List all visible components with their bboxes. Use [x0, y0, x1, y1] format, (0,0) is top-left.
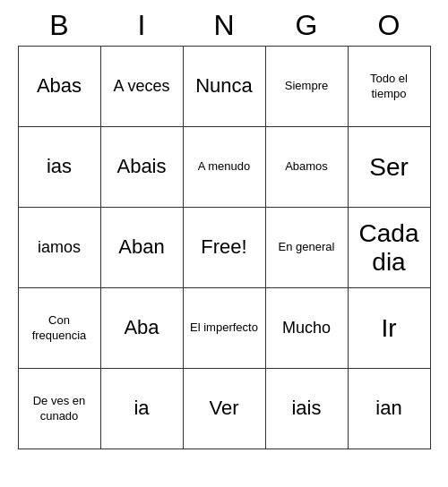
cell-content: ia — [134, 397, 149, 420]
cell-r4-c3: iais — [266, 369, 349, 449]
cell-content: Todo el tiempo — [352, 72, 426, 102]
cell-r0-c4: Todo el tiempo — [349, 47, 431, 127]
cell-content: Aban — [118, 235, 164, 259]
cell-r0-c3: Siempre — [266, 47, 349, 127]
cell-content: Abais — [116, 155, 166, 178]
cell-r4-c4: ian — [349, 369, 431, 449]
cell-r1-c2: A menudo — [184, 127, 266, 208]
cell-content: Siempre — [285, 79, 328, 94]
cell-r1-c1: Abais — [101, 127, 184, 208]
cell-content: Ser — [369, 153, 409, 182]
cell-content: Nunca — [195, 74, 253, 98]
cell-content: Aba — [124, 316, 159, 339]
cell-content: De ves en cunado — [22, 394, 97, 424]
cell-r3-c3: Mucho — [266, 288, 349, 369]
cell-content: Mucho — [282, 319, 331, 338]
bingo-grid: AbasA vecesNuncaSiempreTodo el tiempoias… — [18, 46, 431, 449]
cell-content: Ver — [209, 397, 238, 420]
cell-r1-c0: ias — [19, 127, 101, 208]
cell-r4-c1: ia — [101, 369, 184, 449]
cell-content: iamos — [38, 238, 81, 258]
cell-r2-c2: Free! — [184, 208, 266, 288]
cell-content: Free! — [201, 235, 246, 259]
cell-content: El imperfecto — [190, 320, 258, 336]
cell-content: Cada dia — [352, 219, 426, 277]
header-letter: O — [348, 9, 430, 42]
cell-content: A menudo — [198, 159, 251, 175]
cell-r1-c3: Abamos — [266, 127, 349, 208]
bingo-header: BINGO — [18, 9, 430, 42]
cell-content: En general — [279, 240, 335, 255]
cell-r4-c0: De ves en cunado — [19, 369, 101, 449]
cell-r0-c2: Nunca — [184, 47, 266, 127]
header-letter: B — [18, 9, 100, 42]
cell-r0-c1: A veces — [101, 47, 184, 127]
cell-r3-c4: Ir — [349, 288, 431, 369]
header-letter: G — [265, 9, 348, 42]
cell-r0-c0: Abas — [19, 47, 101, 127]
cell-content: ias — [47, 155, 72, 178]
cell-r4-c2: Ver — [184, 369, 266, 449]
cell-content: Ir — [381, 314, 396, 343]
cell-r2-c1: Aban — [101, 208, 184, 288]
cell-content: Abamos — [285, 159, 328, 175]
cell-r3-c2: El imperfecto — [184, 288, 266, 369]
cell-r2-c3: En general — [266, 208, 349, 288]
header-letter: N — [183, 9, 265, 42]
cell-r2-c4: Cada dia — [349, 208, 431, 288]
cell-r3-c0: Con frequencia — [19, 288, 101, 369]
cell-content: A veces — [113, 77, 169, 97]
cell-content: iais — [291, 397, 321, 420]
cell-content: Abas — [37, 74, 82, 98]
cell-r3-c1: Aba — [101, 288, 184, 369]
cell-content: Con frequencia — [22, 313, 97, 344]
cell-content: ian — [375, 397, 401, 420]
header-letter: I — [100, 9, 183, 42]
cell-r2-c0: iamos — [19, 208, 101, 288]
cell-r1-c4: Ser — [349, 127, 431, 208]
